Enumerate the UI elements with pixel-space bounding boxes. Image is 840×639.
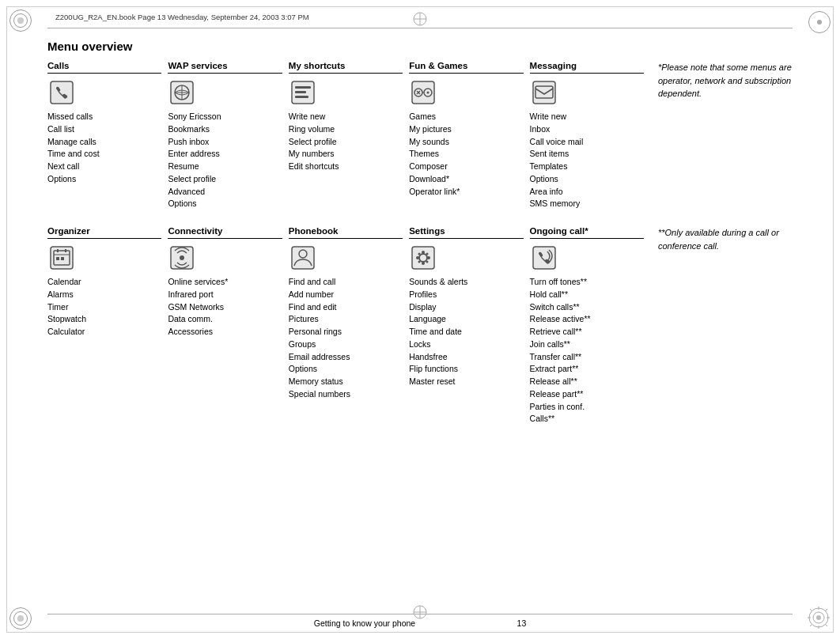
svg-rect-35 <box>61 257 64 260</box>
svg-point-46 <box>418 253 421 255</box>
list-item: Operator link* <box>409 186 523 199</box>
list-item: Games <box>409 111 523 123</box>
list-item: Sounds & alerts <box>409 276 523 289</box>
menu-items-connectivity: Online services* Infrared port GSM Netwo… <box>168 276 282 338</box>
list-item: Memory status <box>289 376 403 388</box>
list-item: Bookmarks <box>168 123 282 136</box>
col-header-messaging: Messaging <box>530 61 644 74</box>
icon-ongoing <box>530 244 558 272</box>
list-item: Options <box>168 198 282 210</box>
list-item: Infrared port <box>168 289 282 301</box>
list-item: Download* <box>409 173 523 186</box>
note-col-row2: **Only available during a call or confer… <box>650 226 793 425</box>
list-item: Timer <box>47 301 161 314</box>
list-item: Data comm. <box>168 313 282 326</box>
svg-rect-27 <box>533 81 555 104</box>
icon-wap <box>168 78 196 107</box>
icon-connectivity <box>168 244 196 272</box>
menu-col-shortcuts: My shortcuts Write new Ring volume Selec… <box>289 61 409 210</box>
menu-items-ongoing: Turn off tones** Hold call** Switch call… <box>530 276 644 425</box>
menu-col-ongoing: Ongoing call* Turn off tones** Hold call… <box>530 226 650 425</box>
list-item: Accessories <box>168 326 282 338</box>
list-item: Stopwatch <box>47 313 161 326</box>
corner-decoration-bl <box>9 604 35 630</box>
col-header-settings: Settings <box>409 226 523 239</box>
list-item: Alarms <box>47 289 161 301</box>
menu-col-phonebook: Phonebook Find and call Add number Find … <box>289 226 409 425</box>
list-item: Find and call <box>289 276 403 289</box>
list-item: SMS memory <box>530 198 644 210</box>
list-item: Templates <box>530 161 644 173</box>
list-item: Release all** <box>530 376 644 388</box>
svg-point-26 <box>427 92 429 94</box>
list-item: GSM Networks <box>168 301 282 314</box>
menu-col-connectivity: Connectivity Online services* Infrared p… <box>168 226 288 425</box>
footer-label: Getting to know your phone <box>314 618 415 628</box>
list-item: Themes <box>409 148 523 161</box>
svg-rect-34 <box>56 257 59 260</box>
note-col-row1: *Please note that some menus are operato… <box>650 61 793 210</box>
svg-line-8 <box>825 624 827 626</box>
list-item: Advanced <box>168 186 282 199</box>
list-item: Handsfree <box>409 351 523 364</box>
svg-point-45 <box>427 256 430 259</box>
svg-rect-19 <box>295 96 308 98</box>
list-item: Release active** <box>530 313 644 326</box>
svg-point-2 <box>816 615 821 620</box>
menu-row-2: Organizer Calendar Alarms Timer Stopwatc… <box>47 226 793 425</box>
list-item: Extract part** <box>530 363 644 376</box>
list-item: Call voice mail <box>530 136 644 149</box>
list-item: Missed calls <box>47 111 161 123</box>
list-item: Sent items <box>530 148 644 161</box>
main-content: Menu overview Calls Missed calls Call li… <box>47 40 793 599</box>
corner-decoration-tr <box>805 9 831 35</box>
svg-point-49 <box>418 261 421 263</box>
list-item: Area info <box>530 186 644 199</box>
menu-col-games: Fun & Games Games My pictures My sounds … <box>409 61 529 210</box>
list-item: Ring volume <box>289 123 403 136</box>
topbar-text: Z200UG_R2A_EN.book Page 13 Wednesday, Se… <box>55 13 309 21</box>
list-item: Calendar <box>47 276 161 289</box>
list-item: Next call <box>47 161 161 173</box>
icon-messaging <box>530 78 558 107</box>
list-item: Options <box>289 363 403 376</box>
list-item: Sony Ericsson <box>168 111 282 123</box>
col-header-connectivity: Connectivity <box>168 226 282 239</box>
list-item: Join calls** <box>530 338 644 351</box>
icon-calls <box>47 78 76 107</box>
list-item: Profiles <box>409 289 523 301</box>
svg-rect-17 <box>295 86 311 89</box>
list-item: Flip functions <box>409 363 523 376</box>
icon-settings <box>409 244 437 272</box>
footer-page-number: 13 <box>517 618 527 628</box>
col-header-wap: WAP services <box>168 61 282 74</box>
icon-phonebook <box>289 244 317 272</box>
list-item: Time and cost <box>47 148 161 161</box>
list-item: Parties in conf. <box>530 401 644 414</box>
menu-items-shortcuts: Write new Ring volume Select profile My … <box>289 111 403 173</box>
note-text-row2: **Only available during a call or confer… <box>658 226 793 252</box>
list-item: Release part** <box>530 388 644 401</box>
menu-col-calls: Calls Missed calls Call list Manage call… <box>47 61 168 210</box>
svg-rect-18 <box>295 91 306 93</box>
list-item: Options <box>47 173 161 186</box>
list-item: My sounds <box>409 136 523 149</box>
icon-organizer <box>47 244 76 272</box>
note-text-row1: *Please note that some menus are operato… <box>658 61 793 100</box>
svg-line-9 <box>825 609 827 611</box>
menu-items-wap: Sony Ericsson Bookmarks Push inbox Enter… <box>168 111 282 210</box>
list-item: Pictures <box>289 313 403 326</box>
list-item: Enter address <box>168 148 282 161</box>
corner-decoration-tl <box>9 9 35 35</box>
list-item: Switch calls** <box>530 301 644 314</box>
menu-items-organizer: Calendar Alarms Timer Stopwatch Calculat… <box>47 276 161 338</box>
list-item: Resume <box>168 161 282 173</box>
list-item: Retrieve call** <box>530 326 644 338</box>
svg-point-43 <box>422 262 425 265</box>
col-header-ongoing: Ongoing call* <box>530 226 644 239</box>
list-item: Inbox <box>530 123 644 136</box>
list-item: Select profile <box>289 136 403 149</box>
menu-items-calls: Missed calls Call list Manage calls Time… <box>47 111 161 186</box>
col-header-organizer: Organizer <box>47 226 161 239</box>
list-item: Push inbox <box>168 136 282 149</box>
